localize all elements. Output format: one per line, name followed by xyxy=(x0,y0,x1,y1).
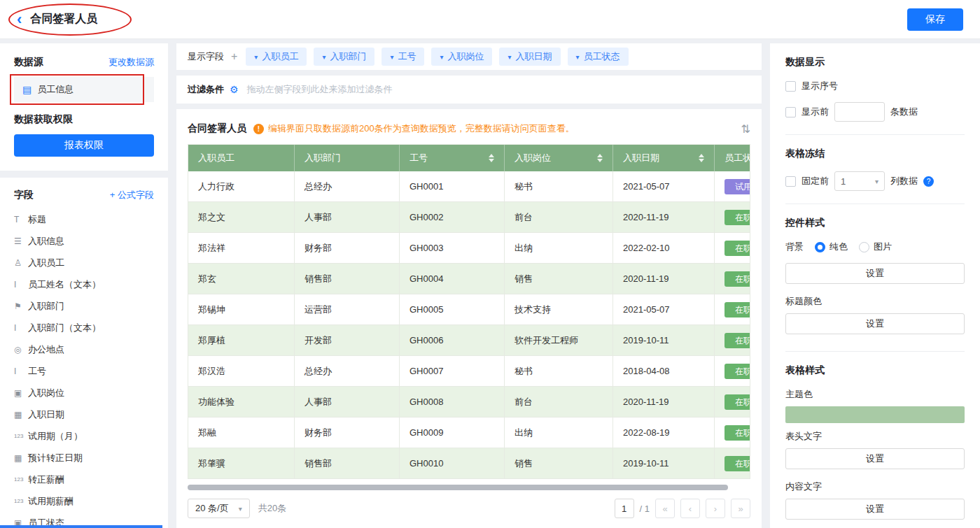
add-display-field-button[interactable]: + xyxy=(231,50,237,63)
table-cell: 人事部 xyxy=(295,387,400,417)
row-limit-input[interactable] xyxy=(834,102,885,122)
title-color-set-button[interactable]: 设置 xyxy=(785,313,965,334)
field-item[interactable]: 123试用期（月） xyxy=(14,425,154,447)
solid-color-radio[interactable] xyxy=(815,242,825,252)
table-style-heading: 表格样式 xyxy=(785,364,965,377)
display-field-chip[interactable]: ▾入职员工 xyxy=(246,48,307,66)
table-cell: 郑法祥 xyxy=(188,233,295,263)
status-badge: 在职 xyxy=(724,425,750,441)
column-header[interactable]: 工号 xyxy=(400,145,505,171)
table-cell: 软件开发工程师 xyxy=(505,325,613,355)
field-item-label: 办公地点 xyxy=(28,343,64,356)
table-cell: 2020-11-19 xyxy=(613,387,715,417)
table-cell: 财务部 xyxy=(295,418,400,448)
total-pages: / 1 xyxy=(640,504,650,514)
horizontal-scrollbar[interactable] xyxy=(188,485,728,490)
page-size-select[interactable]: 20 条/页 ▾ xyxy=(188,499,250,518)
table-cell: 2018-04-08 xyxy=(613,356,715,386)
back-icon[interactable]: ‹ xyxy=(17,12,22,27)
show-index-checkbox[interactable] xyxy=(785,81,796,92)
status-badge: 在职 xyxy=(724,271,750,287)
table-header-row: 入职员工入职部门工号入职岗位入职日期员工状态 xyxy=(188,145,750,171)
change-datasource-link[interactable]: 更改数据源 xyxy=(108,56,154,69)
prev-page-button[interactable]: ‹ xyxy=(680,499,700,518)
scrollbar[interactable] xyxy=(0,525,162,528)
table-cell-status: 在职 xyxy=(715,387,750,417)
next-page-button[interactable]: › xyxy=(706,499,725,518)
left-sidebar: 数据源 更改数据源 ▤ 员工信息 数据获取权限 报表权限 字段 + 公式字段 T… xyxy=(0,43,168,528)
first-page-button[interactable]: « xyxy=(655,499,675,518)
dept-icon: ⚑ xyxy=(14,301,28,311)
table-row: 郑法祥财务部GH0003出纳2022-02-10在职 xyxy=(188,233,750,264)
field-item[interactable]: ▦入职日期 xyxy=(14,404,154,425)
field-item[interactable]: ◎办公地点 xyxy=(14,338,154,360)
table-cell: GH0002 xyxy=(400,202,505,232)
table-cell-status: 在职 xyxy=(715,448,750,478)
field-item[interactable]: ▦预计转正日期 xyxy=(14,447,154,469)
widget-style-heading: 控件样式 xyxy=(785,217,965,229)
sort-icon[interactable] xyxy=(593,154,603,162)
field-item-label: 入职员工 xyxy=(28,257,64,269)
display-field-chip[interactable]: ▾员工状态 xyxy=(568,48,629,66)
field-item[interactable]: ⚑入职部门 xyxy=(14,295,154,317)
display-field-chip[interactable]: ▾入职岗位 xyxy=(431,48,492,66)
display-field-chip[interactable]: ▾工号 xyxy=(382,48,424,66)
table-cell: 人力行政 xyxy=(188,171,295,201)
display-field-chip[interactable]: ▾入职日期 xyxy=(499,48,560,66)
table-cell-status: 在职 xyxy=(715,294,750,324)
chevron-down-icon: ▾ xyxy=(507,53,511,61)
datasource-item[interactable]: ▤ 员工信息 xyxy=(14,77,154,102)
field-item[interactable]: I工号 xyxy=(14,360,154,382)
report-permission-button[interactable]: 报表权限 xyxy=(14,134,154,157)
divider xyxy=(785,351,965,352)
select-icon: ▣ xyxy=(14,388,28,398)
column-header[interactable]: 入职岗位 xyxy=(505,145,613,171)
table-cell-status: 试用 xyxy=(715,171,750,201)
chevron-down-icon: ▾ xyxy=(875,178,878,185)
fix-columns-checkbox[interactable] xyxy=(785,176,796,187)
sort-icon[interactable] xyxy=(694,154,704,162)
table-cell: 技术支持 xyxy=(505,294,613,324)
data-display-heading: 数据显示 xyxy=(785,56,965,69)
sort-order-icon[interactable]: ⇅ xyxy=(741,122,750,136)
current-page-input[interactable]: 1 xyxy=(615,499,634,518)
field-item-label: 入职信息 xyxy=(28,235,64,248)
last-page-button[interactable]: » xyxy=(731,499,750,518)
sort-icon[interactable] xyxy=(484,154,494,162)
field-item[interactable]: I入职部门（文本） xyxy=(14,317,154,338)
column-header[interactable]: 入职日期 xyxy=(613,145,715,171)
field-item[interactable]: 123试用期薪酬 xyxy=(14,490,154,512)
field-item[interactable]: ▣入职岗位 xyxy=(14,382,154,404)
save-button[interactable]: 保存 xyxy=(907,8,963,31)
theme-color-swatch[interactable] xyxy=(785,406,965,423)
show-first-checkbox[interactable] xyxy=(785,107,796,117)
table-cell: 销售部 xyxy=(295,448,400,478)
table-cell: 销售部 xyxy=(295,264,400,294)
content-text-set-button[interactable]: 设置 xyxy=(785,499,965,520)
gear-icon[interactable]: ⚙ xyxy=(230,84,239,95)
chevron-down-icon: ▾ xyxy=(440,53,443,61)
field-item[interactable]: 123转正薪酬 xyxy=(14,469,154,490)
field-item[interactable]: ☰入职信息 xyxy=(14,230,154,252)
field-item[interactable]: T标题 xyxy=(14,208,154,230)
status-badge: 在职 xyxy=(724,456,750,471)
chevron-down-icon: ▾ xyxy=(322,53,326,61)
background-set-button[interactable]: 设置 xyxy=(785,263,965,284)
help-icon[interactable]: ? xyxy=(923,176,934,187)
table-row: 郑玄销售部GH0004销售2020-11-19在职 xyxy=(188,264,750,294)
fix-columns-select[interactable]: 1 ▾ xyxy=(834,171,885,191)
table-body: 人力行政总经办GH0001秘书2021-05-07试用郑之文人事部GH0002前… xyxy=(188,171,750,479)
header-text-set-button[interactable]: 设置 xyxy=(785,448,965,469)
formula-field-link[interactable]: + 公式字段 xyxy=(110,189,154,201)
field-item[interactable]: I员工姓名（文本） xyxy=(14,273,154,295)
image-label: 图片 xyxy=(874,241,892,253)
status-badge: 在职 xyxy=(724,210,750,225)
image-radio[interactable] xyxy=(859,242,869,252)
field-item[interactable]: ♙入职员工 xyxy=(14,252,154,273)
table-row: 郑肇骥销售部GH0010销售2019-10-11在职 xyxy=(188,448,750,479)
display-field-chip[interactable]: ▾入职部门 xyxy=(314,48,374,66)
date-icon: ▦ xyxy=(14,453,28,463)
chip-label: 员工状态 xyxy=(584,50,620,63)
filter-bar: 过滤条件 ⚙ 拖动左侧字段到此处来添加过滤条件 xyxy=(176,76,762,104)
table-cell: 销售 xyxy=(505,448,613,478)
